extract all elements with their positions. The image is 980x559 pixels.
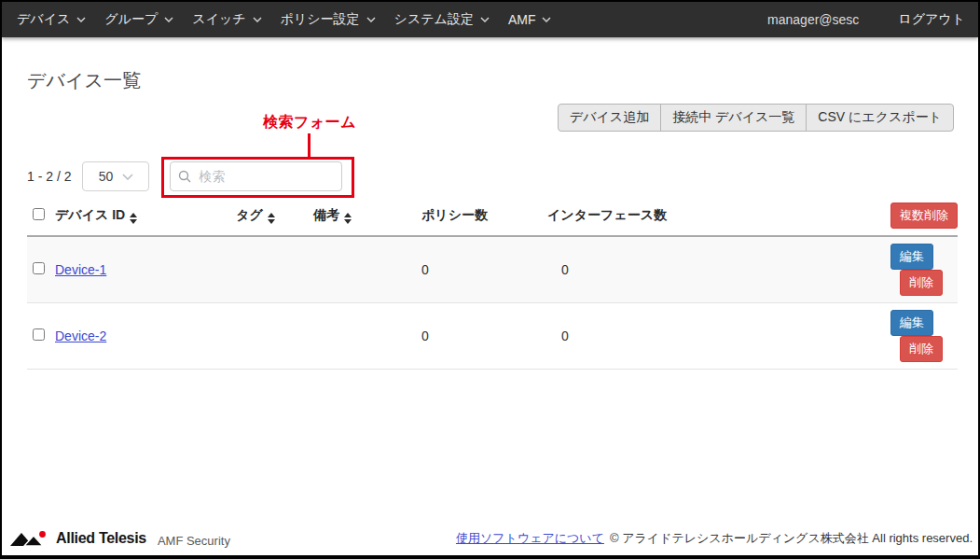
page-size-value: 50 <box>99 169 114 184</box>
edit-button[interactable]: 編集 <box>890 310 933 336</box>
brand-name: Allied Telesis <box>56 530 146 547</box>
nav-item-label: スイッチ <box>192 11 245 28</box>
add-device-button[interactable]: デバイス追加 <box>558 104 661 132</box>
chevron-down-icon <box>164 17 173 22</box>
delete-button[interactable]: 削除 <box>900 336 943 362</box>
column-header-interface-count: インターフェース数 <box>547 199 808 236</box>
column-header-policy-count: ポリシー数 <box>372 199 547 236</box>
nav-item-amf[interactable]: AMF <box>499 2 561 37</box>
nav-item-group[interactable]: グループ <box>95 2 183 37</box>
software-info-link[interactable]: 使用ソフトウェアについて <box>456 530 604 547</box>
policy-count-cell: 0 <box>372 236 547 303</box>
page-title: デバイス一覧 <box>27 68 978 93</box>
column-header-device-id[interactable]: デバイス ID <box>55 199 218 236</box>
copyright-text: © アライドテレシスホールディングス株式会社 All rights reserv… <box>610 530 973 547</box>
logout-button[interactable]: ログアウト <box>898 11 965 28</box>
pagination-range: 1 - 2 / 2 <box>27 169 71 184</box>
app-window: デバイス グループ スイッチ ポリシー設定 システム設定 AMF manager… <box>0 0 980 559</box>
tag-cell <box>218 303 293 370</box>
footer: Allied Telesis AMF Security 使用ソフトウェアについて… <box>2 524 978 555</box>
logged-in-user: manager@sesc <box>767 12 859 27</box>
sort-icon <box>268 213 275 224</box>
annotation-callout-line <box>308 133 311 158</box>
row-checkbox[interactable] <box>33 328 45 341</box>
chevron-down-icon <box>122 174 133 180</box>
annotation-label: 検索フォーム <box>263 113 356 133</box>
bulk-delete-button[interactable]: 複数削除 <box>890 203 958 229</box>
nav-item-label: システム設定 <box>394 11 474 28</box>
policy-count-cell: 0 <box>372 303 547 370</box>
product-name: AMF Security <box>158 534 230 548</box>
nav-item-label: グループ <box>104 11 158 28</box>
chevron-down-icon <box>542 17 551 22</box>
sort-icon <box>344 213 352 224</box>
chevron-down-icon <box>366 17 376 22</box>
nav-item-label: デバイス <box>17 11 70 28</box>
device-link[interactable]: Device-2 <box>55 328 106 343</box>
nav-item-policy-settings[interactable]: ポリシー設定 <box>271 2 385 37</box>
nav-item-switch[interactable]: スイッチ <box>183 2 270 37</box>
device-link[interactable]: Device-1 <box>55 262 106 277</box>
nav-item-label: ポリシー設定 <box>281 11 360 28</box>
chevron-down-icon <box>76 17 86 22</box>
csv-export-button[interactable]: CSV にエクスポート <box>806 104 954 132</box>
device-actions-button-group: デバイス追加 接続中 デバイス一覧 CSV にエクスポート <box>558 104 954 132</box>
table-header-row: デバイス ID タグ 備考 ポリシー数 インターフェース数 複数削除 <box>27 199 958 236</box>
column-header-tag[interactable]: タグ <box>218 199 293 236</box>
select-all-checkbox[interactable] <box>33 208 45 220</box>
table-row: Device-2 0 0 編集 削除 <box>27 303 958 370</box>
column-header-note[interactable]: 備考 <box>293 199 372 236</box>
tag-cell <box>218 236 293 303</box>
note-cell <box>293 303 372 370</box>
table-row: Device-1 0 0 編集 削除 <box>27 236 958 303</box>
connected-device-list-button[interactable]: 接続中 デバイス一覧 <box>660 104 807 132</box>
chevron-down-icon <box>253 17 262 22</box>
annotation-highlight-box <box>161 157 354 198</box>
sort-icon <box>130 213 137 224</box>
device-table: デバイス ID タグ 備考 ポリシー数 インターフェース数 複数削除 <box>27 199 958 370</box>
interface-count-cell: 0 <box>547 236 808 303</box>
interface-count-cell: 0 <box>547 303 808 370</box>
nav-item-system-settings[interactable]: システム設定 <box>385 2 499 37</box>
top-navbar: デバイス グループ スイッチ ポリシー設定 システム設定 AMF manager… <box>2 2 978 37</box>
edit-button[interactable]: 編集 <box>890 244 933 270</box>
allied-telesis-logo-icon <box>9 530 48 548</box>
note-cell <box>293 236 372 303</box>
chevron-down-icon <box>480 17 490 22</box>
nav-item-device[interactable]: デバイス <box>7 2 95 37</box>
delete-button[interactable]: 削除 <box>900 270 943 296</box>
row-checkbox[interactable] <box>33 262 45 274</box>
page-size-select[interactable]: 50 <box>82 161 149 191</box>
nav-item-label: AMF <box>508 12 536 27</box>
